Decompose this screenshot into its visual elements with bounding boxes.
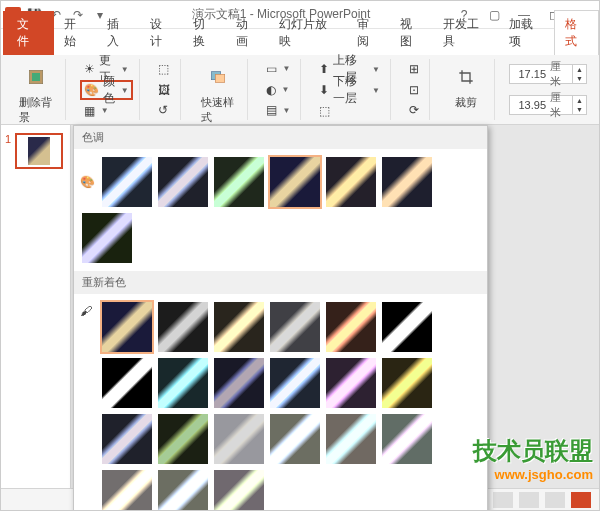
width-input[interactable]: 厘米 ▲▼	[509, 95, 587, 115]
tone-option[interactable]	[380, 155, 434, 209]
border-icon: ▭	[266, 62, 277, 76]
send-backward-icon: ⬇	[319, 83, 329, 97]
rotate-icon: ⟳	[409, 103, 419, 117]
recolor-option[interactable]	[212, 356, 266, 410]
watermark-url: www.jsgho.com	[473, 467, 593, 482]
change-picture-button[interactable]: 🖼	[154, 80, 174, 100]
quick-styles-label: 快速样式	[201, 95, 235, 125]
tab-insert[interactable]: 插入	[97, 11, 140, 55]
selection-icon: ⬚	[319, 104, 330, 118]
crop-icon	[450, 61, 482, 93]
recolor-option[interactable]	[156, 468, 210, 511]
change-pic-icon: 🖼	[158, 83, 170, 97]
tone-option[interactable]	[100, 155, 154, 209]
group-size: 厘米 ▲▼ 厘米 ▲▼	[503, 59, 593, 120]
down-arrow-icon[interactable]: ▼	[573, 74, 586, 83]
slide-thumbnails-panel: 1	[1, 125, 71, 488]
recolor-grid: 🖌	[74, 294, 487, 511]
quick-styles-button[interactable]: 快速样式	[195, 59, 241, 127]
crop-button[interactable]: 裁剪	[444, 59, 488, 112]
ribbon: 删除背景 ☀ 更正 ▼ 🎨 颜色 ▼ ▦ ▼ ⬚ 🖼 ↺ 快速样式 ▭▼ ◐▼ …	[1, 55, 599, 125]
recolor-option[interactable]	[156, 300, 210, 354]
file-tab[interactable]: 文件	[3, 11, 54, 55]
rotate-button[interactable]: ⟳	[405, 100, 423, 120]
tab-developer[interactable]: 开发工具	[433, 11, 499, 55]
recolor-option[interactable]	[324, 356, 378, 410]
tab-home[interactable]: 开始	[54, 11, 97, 55]
reading-view-icon[interactable]	[545, 492, 565, 508]
picture-effects-button[interactable]: ◐▼	[262, 80, 295, 100]
tone-option[interactable]	[212, 155, 266, 209]
recolor-option[interactable]	[380, 300, 434, 354]
compress-icon: ⬚	[158, 62, 169, 76]
layout-icon: ▤	[266, 103, 277, 117]
tone-option[interactable]	[80, 211, 134, 265]
recolor-option[interactable]	[212, 412, 266, 466]
height-input[interactable]: 厘米 ▲▼	[509, 64, 587, 84]
watermark: 技术员联盟 www.jsgho.com	[473, 435, 593, 482]
svg-rect-3	[215, 74, 224, 82]
align-button[interactable]: ⊞	[405, 59, 423, 79]
compress-button[interactable]: ⬚	[154, 59, 174, 79]
up-arrow-icon[interactable]: ▲	[573, 65, 586, 74]
tab-design[interactable]: 设计	[140, 11, 183, 55]
height-field[interactable]	[510, 68, 548, 80]
up-arrow-icon[interactable]: ▲	[573, 96, 586, 105]
tab-addins[interactable]: 加载项	[499, 11, 554, 55]
recolor-option[interactable]	[380, 356, 434, 410]
group-button[interactable]: ⊡	[405, 80, 423, 100]
align-icon: ⊞	[409, 62, 419, 76]
palette-icon: 🎨	[84, 83, 99, 97]
tab-animations[interactable]: 动画	[226, 11, 269, 55]
artistic-effects-button[interactable]: ▦ ▼	[80, 101, 133, 120]
down-arrow-icon[interactable]: ▼	[573, 105, 586, 114]
recolor-option[interactable]	[324, 412, 378, 466]
slideshow-view-icon[interactable]	[571, 492, 591, 508]
svg-rect-1	[32, 73, 40, 81]
recolor-option[interactable]	[324, 300, 378, 354]
recolor-option[interactable]	[100, 412, 154, 466]
recolor-option[interactable]	[268, 412, 322, 466]
tab-format[interactable]: 格式	[554, 10, 599, 55]
thumbnail-preview	[15, 133, 63, 169]
recolor-section-label: 重新着色	[74, 271, 487, 294]
tab-slideshow[interactable]: 幻灯片放映	[269, 11, 347, 55]
tab-view[interactable]: 视图	[390, 11, 433, 55]
recolor-option[interactable]	[212, 468, 266, 511]
recolor-option[interactable]	[268, 300, 322, 354]
tab-transitions[interactable]: 切换	[183, 11, 226, 55]
send-backward-button[interactable]: ⬇ 下移一层 ▼	[315, 80, 384, 100]
slide-thumbnail[interactable]: 1	[5, 133, 66, 169]
reset-button[interactable]: ↺	[154, 100, 174, 120]
remove-background-button[interactable]: 删除背景	[13, 59, 59, 127]
tone-option-selected[interactable]	[268, 155, 322, 209]
remove-bg-icon	[20, 61, 52, 93]
tone-option[interactable]	[156, 155, 210, 209]
recolor-option[interactable]	[156, 412, 210, 466]
bring-forward-icon: ⬆	[319, 62, 329, 76]
sorter-view-icon[interactable]	[519, 492, 539, 508]
chevron-down-icon: ▼	[101, 106, 109, 115]
recolor-option[interactable]	[156, 356, 210, 410]
remove-bg-label: 删除背景	[19, 95, 53, 125]
recolor-option[interactable]	[268, 356, 322, 410]
color-button[interactable]: 🎨 颜色 ▼	[80, 80, 133, 100]
normal-view-icon[interactable]	[493, 492, 513, 508]
picture-border-button[interactable]: ▭▼	[262, 59, 295, 79]
recolor-option[interactable]	[100, 356, 154, 410]
width-field[interactable]	[510, 99, 548, 111]
unit-label: 厘米	[548, 59, 572, 89]
recolor-option[interactable]	[100, 468, 154, 511]
picture-layout-button[interactable]: ▤▼	[262, 100, 295, 120]
selection-pane-button[interactable]: ⬚	[315, 101, 384, 120]
group-adjust: 删除背景	[7, 59, 66, 120]
styles-icon	[202, 61, 234, 93]
recolor-option[interactable]	[380, 412, 434, 466]
unit-label: 厘米	[548, 90, 572, 120]
group-icon: ⊡	[409, 83, 419, 97]
effects-icon: ▦	[84, 104, 95, 118]
recolor-option[interactable]	[212, 300, 266, 354]
recolor-option-selected[interactable]	[100, 300, 154, 354]
tab-review[interactable]: 审阅	[347, 11, 390, 55]
tone-option[interactable]	[324, 155, 378, 209]
